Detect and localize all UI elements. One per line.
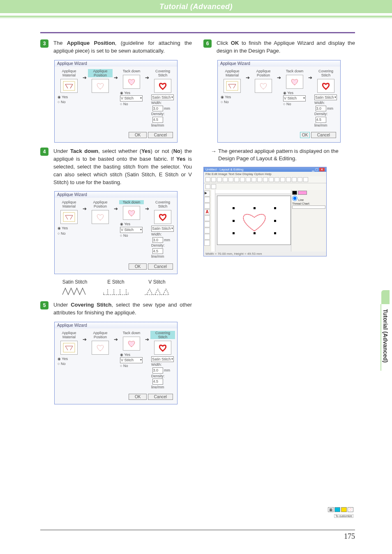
radio-line[interactable] xyxy=(292,196,297,201)
material-icon xyxy=(60,341,78,355)
radio-yes[interactable]: ◉ Yes xyxy=(120,91,130,95)
t: line/mm xyxy=(151,123,164,127)
swatch-icon[interactable]: ▦ xyxy=(328,507,334,512)
toolbar-icon[interactable] xyxy=(234,177,239,182)
heart-applique-object[interactable] xyxy=(234,208,275,233)
density-input[interactable]: 4.5 xyxy=(152,117,163,123)
cancel-button[interactable]: Cancel xyxy=(148,263,173,270)
tack-stitch-select[interactable]: V Stitch xyxy=(283,95,306,102)
color-swatch[interactable] xyxy=(292,191,297,195)
radio-yes[interactable]: ◉ Yes xyxy=(58,95,68,99)
design-page[interactable] xyxy=(217,196,291,245)
text-tool-icon[interactable]: A xyxy=(204,209,210,215)
toolbar-icon[interactable] xyxy=(246,177,251,182)
density-input[interactable]: 4.5 xyxy=(316,117,326,123)
radio-no[interactable]: ○ No xyxy=(120,102,128,106)
toolbar-icon[interactable] xyxy=(223,177,228,182)
cover-stitch-select[interactable]: Satin Stitch xyxy=(151,226,174,232)
swatch-heart-icon[interactable]: ♡ xyxy=(348,507,353,512)
radio-no[interactable]: ○ No xyxy=(58,231,65,235)
cancel-button[interactable]: Cancel xyxy=(311,132,336,138)
density-input[interactable]: 4.5 xyxy=(152,379,163,385)
width-input[interactable]: 3.0 xyxy=(152,237,163,243)
shape-tool-icon[interactable] xyxy=(204,215,210,221)
cover-stitch-select[interactable]: Satin Stitch xyxy=(151,95,174,101)
toolbar-icon[interactable] xyxy=(211,184,216,189)
cancel-button[interactable]: Cancel xyxy=(148,132,173,138)
close-icon[interactable]: ✕ xyxy=(319,168,325,171)
t: No xyxy=(173,148,180,154)
ok-button[interactable]: OK xyxy=(129,394,147,400)
toolbar-icon[interactable] xyxy=(251,177,256,182)
canvas-area[interactable] xyxy=(211,190,291,252)
measure-tool-icon[interactable] xyxy=(204,240,210,246)
outline-tool-icon[interactable] xyxy=(204,222,210,227)
status-bar: Width = 70.00 mm, Height = 49.53 mm xyxy=(204,252,326,256)
toolbar-icon[interactable] xyxy=(240,177,245,182)
toolbar-icon[interactable] xyxy=(280,177,285,182)
footer-rule xyxy=(40,530,355,530)
manual-punch-icon[interactable] xyxy=(204,228,210,233)
radio-yes[interactable]: ◉ Yes xyxy=(120,353,130,357)
density-input[interactable]: 4.5 xyxy=(152,248,163,254)
t: The xyxy=(53,40,67,46)
radio-yes[interactable]: ◉ Yes xyxy=(58,226,68,230)
cancel-button[interactable]: Cancel xyxy=(148,394,173,400)
t: Applique Position xyxy=(251,69,276,77)
width-input[interactable]: 3.0 xyxy=(152,106,163,112)
tack-stitch-select[interactable]: V Stitch xyxy=(120,95,143,102)
ok-button-hl[interactable]: OK xyxy=(300,132,310,138)
menu-bar[interactable]: File Edit Image Text Sew Display Option … xyxy=(204,172,326,176)
t: Yes xyxy=(141,148,150,154)
stitch-type-icon[interactable] xyxy=(298,191,307,195)
radio-no[interactable]: ○ No xyxy=(58,100,65,104)
toolbar-icon[interactable] xyxy=(292,177,297,182)
swatch-cyan[interactable] xyxy=(334,507,340,512)
radio-yes[interactable]: ◉ Yes xyxy=(283,91,293,95)
radio-no[interactable]: ○ No xyxy=(58,362,65,366)
cover-stitch-select[interactable]: Satin Stitch xyxy=(314,95,337,101)
t: No xyxy=(224,100,229,104)
maximize-icon[interactable]: ▢ xyxy=(315,168,318,171)
toolbar-icon[interactable] xyxy=(269,177,274,182)
width-input[interactable]: 3.0 xyxy=(316,106,326,112)
tack-stitch-select[interactable]: V Stitch xyxy=(120,357,143,363)
toolbar-icon[interactable] xyxy=(297,177,302,182)
stamp-tool-icon[interactable] xyxy=(204,234,210,240)
tack-stitch-select[interactable]: V Stitch xyxy=(120,227,143,233)
toolbar-icon[interactable] xyxy=(257,177,262,182)
radio-no[interactable]: ○ No xyxy=(283,102,291,106)
radio-yes[interactable]: ◉ Yes xyxy=(120,222,130,226)
radio-yes[interactable]: ◉ Yes xyxy=(58,357,68,361)
toolbar-icon[interactable] xyxy=(274,177,279,182)
minimize-icon[interactable]: ▁ xyxy=(312,168,314,171)
customize-tab[interactable]: To customize xyxy=(334,514,353,518)
radio-no[interactable]: ○ No xyxy=(120,233,128,238)
radio-no[interactable]: ○ No xyxy=(120,364,128,368)
width-input[interactable]: 3.0 xyxy=(152,367,163,374)
toolbar-icon[interactable] xyxy=(263,177,268,182)
toolbar-icon[interactable] xyxy=(303,177,308,182)
t: Under xyxy=(53,302,71,308)
radio-no[interactable]: ○ No xyxy=(221,100,228,104)
thread-chart-select[interactable] xyxy=(292,205,325,209)
cover-stitch-select[interactable]: Satin Stitch xyxy=(151,356,174,362)
ok-button[interactable]: OK xyxy=(129,263,147,270)
t: mm xyxy=(327,106,333,111)
radio-yes[interactable]: ◉ Yes xyxy=(221,95,231,99)
toolbar-icon[interactable] xyxy=(217,177,222,182)
toolbar-icon[interactable] xyxy=(228,177,233,182)
toolbar-icon[interactable] xyxy=(286,177,291,182)
step-badge-3: 3 xyxy=(40,39,48,48)
toolbar-icon[interactable] xyxy=(205,177,210,182)
edit-point-icon[interactable] xyxy=(204,197,210,203)
t: ) or not ( xyxy=(151,148,173,154)
toolbar-icon[interactable] xyxy=(211,177,216,182)
toolbar-icon[interactable] xyxy=(205,184,210,189)
zoom-icon[interactable] xyxy=(204,203,210,209)
t: Yes xyxy=(225,95,231,99)
swatch-yellow[interactable] xyxy=(341,507,347,512)
select-tool-icon[interactable]: ▶ xyxy=(204,191,210,196)
ok-button[interactable]: OK xyxy=(129,132,147,138)
t: Applique Position xyxy=(88,200,113,208)
